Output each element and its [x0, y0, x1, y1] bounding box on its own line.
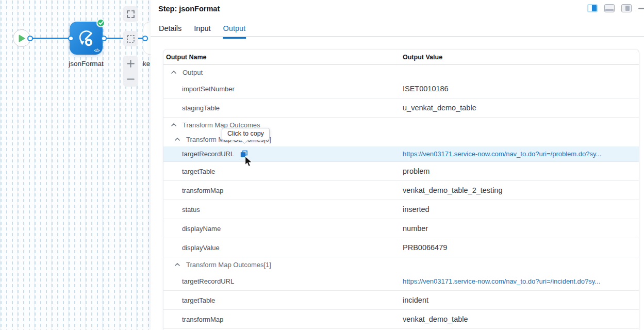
- zoom-out-icon: [126, 75, 135, 84]
- output-value: PRB0066479: [403, 243, 447, 252]
- dock-side-icon[interactable]: [621, 4, 632, 12]
- fullscreen-button[interactable]: [123, 6, 138, 22]
- panel-title: Step: jsonFormat: [158, 5, 220, 13]
- dock-right-icon[interactable]: [587, 4, 598, 12]
- output-value: ISET0010186: [403, 85, 449, 93]
- output-name: targetRecordURL: [182, 150, 234, 158]
- section-output[interactable]: Output: [163, 65, 639, 79]
- zoom-in-button[interactable]: [123, 56, 138, 71]
- tab-details[interactable]: Details: [158, 24, 182, 39]
- connector-port: [27, 36, 33, 41]
- connector-port: [142, 36, 148, 41]
- section-label: Output: [183, 69, 203, 76]
- fullscreen-icon: [126, 10, 135, 19]
- output-row-targetrecordurl: targetRecordURLhttps://ven03171.service-…: [163, 272, 639, 291]
- tab-output[interactable]: Output: [223, 24, 246, 39]
- output-name: transformMap: [182, 187, 223, 194]
- column-header-value: Output Value: [403, 54, 442, 61]
- tab-input[interactable]: Input: [193, 24, 211, 39]
- output-value-link[interactable]: https://ven03171.service-now.com/nav_to.…: [403, 150, 601, 158]
- connector-port: [68, 36, 74, 41]
- output-name: targetRecordURL: [182, 277, 234, 285]
- output-value: number: [403, 224, 428, 233]
- success-badge-icon: [96, 19, 105, 27]
- chevron-up-icon: [174, 262, 180, 267]
- output-row-transformmap: transformMapvenkat_demo_table_2_testing: [163, 181, 639, 200]
- column-header-name: Output Name: [166, 54, 206, 61]
- output-rows: OutputimportSetNumberISET0010186stagingT…: [163, 65, 639, 329]
- minimize-icon[interactable]: [638, 8, 644, 9]
- panel-window-controls: [587, 4, 644, 12]
- marquee-select-icon: [126, 35, 135, 43]
- output-row-status: statusinserted: [163, 200, 639, 219]
- zoom-controls: [123, 56, 138, 87]
- play-icon: [19, 35, 25, 42]
- output-row-targettable: targetTableproblem: [163, 162, 639, 181]
- node-label-jsonformat: jsonFormat: [65, 60, 107, 68]
- table-header: Output Name Output Value: [163, 50, 639, 65]
- output-name: stagingTable: [182, 104, 220, 112]
- output-name: displayName: [182, 225, 221, 233]
- connector-port: [101, 36, 107, 41]
- output-row-displayname: displayNamenumber: [163, 219, 639, 238]
- output-name: targetTable: [182, 296, 215, 304]
- chevron-up-icon: [174, 137, 180, 142]
- output-value: incident: [403, 296, 428, 304]
- node-label-next: ke: [143, 60, 150, 68]
- output-row-displayvalue: displayValuePRB0066479: [163, 238, 639, 257]
- output-value: inserted: [403, 205, 430, 213]
- output-row-targetrecordurl-highlighted: targetRecordURLhttps://ven03171.service-…: [163, 146, 639, 162]
- app-window: </> jsonFormat ke: [0, 0, 644, 330]
- section-transform-map-outcomes-1[interactable]: Transform Map Outcomes[1]: [163, 257, 639, 272]
- output-row-targettable: targetTableincident: [163, 291, 639, 310]
- output-table: Output Name Output Value OutputimportSet…: [163, 49, 639, 330]
- zoom-out-button[interactable]: [123, 71, 138, 87]
- code-icon: </>: [94, 48, 100, 53]
- flow-edge: [28, 38, 71, 39]
- output-name: status: [182, 206, 200, 213]
- zoom-in-icon: [126, 59, 135, 68]
- output-row-transformmap: transformMapvenkat_demo_table: [163, 310, 639, 329]
- marquee-select-button[interactable]: [123, 31, 138, 46]
- output-value: venkat_demo_table_2_testing: [403, 186, 502, 194]
- section-label: Transform Map Outcomes[1]: [186, 261, 271, 269]
- output-value-link[interactable]: https://ven03171.service-now.com/nav_to.…: [403, 277, 600, 285]
- output-name: transformMap: [182, 316, 223, 323]
- output-row-importsetnumber: importSetNumberISET0010186: [163, 79, 639, 98]
- output-value: venkat_demo_table: [403, 315, 468, 323]
- canvas-toolbar: [123, 6, 138, 87]
- tab-bar: DetailsInputOutput: [158, 24, 246, 39]
- transform-step-icon: [76, 28, 96, 48]
- chevron-up-icon: [171, 70, 177, 75]
- output-value: problem: [403, 167, 430, 175]
- tooltip: Click to copy: [222, 128, 270, 140]
- step-panel: Step: jsonFormat DetailsInputOutput Outp…: [151, 0, 644, 330]
- dock-bottom-icon[interactable]: [604, 4, 615, 12]
- output-name: importSetNumber: [182, 85, 235, 93]
- output-name: targetTable: [182, 168, 215, 175]
- chevron-up-icon: [171, 122, 177, 127]
- flow-node-jsonformat[interactable]: </>: [70, 22, 103, 55]
- output-row-stagingtable: stagingTableu_venkat_demo_table: [163, 98, 639, 118]
- output-name: displayValue: [182, 244, 220, 252]
- output-value: u_venkat_demo_table: [403, 104, 476, 112]
- mouse-cursor: [244, 156, 253, 168]
- flow-canvas[interactable]: </> jsonFormat ke: [0, 0, 151, 330]
